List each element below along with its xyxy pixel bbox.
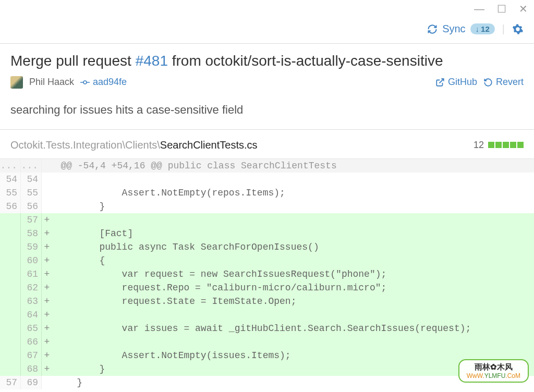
code-content [52, 173, 534, 186]
old-line-number: 55 [0, 186, 21, 200]
old-line-number [0, 227, 21, 240]
new-line-number: 63 [21, 295, 42, 308]
old-line-number [0, 254, 21, 267]
sync-count: 12 [481, 24, 490, 33]
old-line-number [0, 322, 21, 335]
diff-line: 65+ var issues = await _gitHubClient.Sea… [0, 322, 534, 335]
commit-header: Merge pull request #481 from octokit/sor… [0, 44, 534, 94]
diff-stat-blocks [488, 142, 524, 148]
toolbar-divider: | [502, 23, 505, 35]
diff-sign: + [42, 240, 52, 254]
diff-line: 61+ var request = new SearchIssuesReques… [0, 267, 534, 281]
diff-line: 66+ [0, 335, 534, 349]
new-line-number: 67 [21, 349, 42, 362]
sync-label: Sync [442, 23, 465, 35]
gear-icon[interactable] [512, 23, 524, 35]
code-content: @@ -54,4 +54,16 @@ public class SearchCl… [42, 159, 534, 173]
old-line-number [0, 335, 21, 349]
commit-sha-link[interactable]: aad94fe [80, 77, 127, 88]
code-content: request.State = ItemState.Open; [52, 295, 534, 308]
diff-line: 62+ request.Repo = "caliburn-micro/calib… [0, 281, 534, 295]
diff-sign: + [42, 267, 52, 281]
pull-request-link[interactable]: #481 [136, 53, 168, 69]
sync-count-badge: ↓ 12 [470, 23, 495, 34]
new-line-number: 58 [21, 227, 42, 240]
new-line-number: 66 [21, 335, 42, 349]
old-line-number [0, 281, 21, 295]
old-line-number: ... [0, 159, 21, 173]
watermark-overlay: 雨林✿木风 WwW.YLMFU.CoM [458, 359, 529, 383]
diff-sign: + [42, 254, 52, 267]
file-path-dir: Octokit.Tests.Integration\Clients\ [10, 139, 160, 151]
author-name[interactable]: Phil Haack [29, 77, 74, 88]
commit-title-suffix: from octokit/sort-is-actually-case-sensi… [168, 53, 443, 69]
old-line-number: 56 [0, 200, 21, 213]
diff-line: 57+ [0, 213, 534, 227]
commit-sha: aad94fe [93, 77, 127, 88]
sync-button[interactable]: Sync ↓ 12 [427, 23, 495, 35]
diff-line: ...... @@ -54,4 +54,16 @@ public class S… [0, 159, 534, 173]
code-content [52, 308, 534, 322]
new-line-number: 57 [21, 213, 42, 227]
old-line-number: 57 [0, 376, 21, 389]
new-line-number: 68 [21, 362, 42, 376]
diff-line: 5555 Assert.NotEmpty(repos.Items); [0, 186, 534, 200]
new-line-number: 55 [21, 186, 42, 200]
minimize-button[interactable]: — [474, 3, 484, 15]
external-link-icon [435, 78, 445, 87]
diff-sign: + [42, 335, 52, 349]
watermark-url: WwW.YLMFU.CoM [467, 372, 520, 379]
diff-stats: 12 [474, 140, 524, 151]
diff-view: ...... @@ -54,4 +54,16 @@ public class S… [0, 159, 534, 389]
diff-line: 60+ { [0, 254, 534, 267]
diff-line: 68+ } [0, 362, 534, 376]
revert-button[interactable]: Revert [483, 77, 524, 88]
file-header: Octokit.Tests.Integration\Clients\Search… [0, 130, 534, 159]
avatar[interactable] [10, 76, 23, 89]
diff-sign [42, 200, 52, 213]
down-arrow-icon: ↓ [476, 24, 480, 33]
watermark-title: 雨林✿木风 [467, 362, 520, 372]
diff-sign: + [42, 349, 52, 362]
window-titlebar: — ☐ ✕ [0, 0, 534, 18]
new-line-number: ... [21, 159, 42, 173]
old-line-number [0, 308, 21, 322]
old-line-number [0, 213, 21, 227]
new-line-number: 59 [21, 240, 42, 254]
old-line-number: 54 [0, 173, 21, 186]
maximize-button[interactable]: ☐ [497, 3, 506, 15]
code-content: request.Repo = "caliburn-micro/caliburn.… [52, 281, 534, 295]
diff-line: 67+ Assert.NotEmpty(issues.Items); [0, 349, 534, 362]
revert-label: Revert [496, 77, 524, 88]
commit-description: searching for issues hits a case-sensiti… [0, 94, 534, 130]
sync-icon [427, 24, 438, 34]
code-content: { [52, 254, 534, 267]
new-line-number: 60 [21, 254, 42, 267]
top-toolbar: Sync ↓ 12 | [0, 18, 534, 44]
svg-line-3 [439, 79, 443, 83]
code-content: var request = new SearchIssuesRequest("p… [52, 267, 534, 281]
diff-sign: + [42, 322, 52, 335]
diff-sign: + [42, 281, 52, 295]
old-line-number [0, 267, 21, 281]
code-content [52, 213, 534, 227]
diff-line: 5656 } [0, 200, 534, 213]
diff-line: 5454 [0, 173, 534, 186]
code-content: } [52, 200, 534, 213]
new-line-number: 61 [21, 267, 42, 281]
file-path[interactable]: Octokit.Tests.Integration\Clients\Search… [10, 139, 258, 151]
close-button[interactable]: ✕ [519, 3, 528, 15]
github-label: GitHub [448, 77, 477, 88]
diff-sign: + [42, 295, 52, 308]
old-line-number [0, 362, 21, 376]
svg-point-0 [83, 81, 87, 84]
old-line-number [0, 240, 21, 254]
commit-meta-row: Phil Haack aad94fe GitHub Revert [10, 76, 524, 89]
new-line-number: 54 [21, 173, 42, 186]
new-line-number: 69 [21, 376, 42, 389]
old-line-number [0, 295, 21, 308]
diff-line: 59+ public async Task SearchForOpenIssue… [0, 240, 534, 254]
diff-line: 5769 } [0, 376, 534, 389]
code-content: var issues = await _gitHubClient.Search.… [52, 322, 534, 335]
open-on-github-link[interactable]: GitHub [435, 77, 477, 88]
